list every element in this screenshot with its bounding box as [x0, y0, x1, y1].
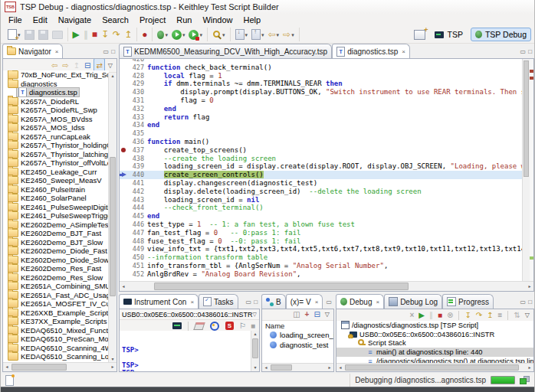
disconnect-icon[interactable]: ⊗: [445, 309, 455, 322]
menu-navigate[interactable]: Navigate: [53, 15, 97, 25]
show-columns-icon[interactable]: ◫: [291, 309, 301, 322]
scroll-down-icon[interactable]: ▾: [251, 364, 259, 371]
scrollbar-thumb[interactable]: [154, 283, 409, 290]
back-icon[interactable]: ⇦▾: [267, 28, 281, 41]
tree-item[interactable]: KE2651A_MOSFET_IV_Curves: [3, 299, 109, 309]
tree-item[interactable]: K2657A_MOS_BVdss: [3, 115, 109, 124]
tree-item[interactable]: K2657A_MOS_Idss: [3, 123, 109, 132]
tab-kedmm6500-file[interactable]: KEDMM6500_Measuring_DCV_With_High_Accura…: [119, 44, 332, 58]
pause-icon[interactable]: ∥: [82, 28, 90, 41]
tree-item[interactable]: KE2460_SolarPanel: [3, 194, 109, 203]
debug-tree-item[interactable]: /diagnostics/diagnostics.tsp [TSP Script…: [336, 321, 533, 330]
chevron-down-icon[interactable]: ▽: [253, 312, 257, 318]
tree-item[interactable]: K2657A_runCapLeak: [3, 132, 109, 142]
close-icon[interactable]: ×: [376, 299, 379, 305]
console-output[interactable]: TSP>TSP>TSP>: [120, 331, 251, 371]
new-expression-icon[interactable]: +: [304, 309, 311, 322]
step-into-icon[interactable]: ↧: [100, 28, 110, 41]
scroll-left-icon[interactable]: ◂: [120, 282, 127, 291]
tree-item[interactable]: KE2450_SweepI_MeasV: [3, 176, 109, 185]
tree-item[interactable]: K2657A_Thyristor_holdingCurr: [3, 141, 109, 150]
instruction-pointer-icon[interactable]: [120, 171, 127, 179]
tree-item[interactable]: KEDAQ6510_Mixed_Function_Sw: [3, 326, 109, 335]
resume-icon[interactable]: ▶: [71, 28, 81, 41]
close-icon[interactable]: ×: [55, 48, 59, 55]
debug-tree-item[interactable]: USB0::0x05E6::0x6500::04386016::INSTR: [336, 330, 533, 339]
maximize-icon[interactable]: □: [254, 299, 258, 305]
error-mark[interactable]: [530, 77, 533, 80]
scrollbar-thumb[interactable]: [252, 338, 258, 358]
scroll-right-icon[interactable]: ▸: [526, 282, 533, 291]
maximize-icon[interactable]: □: [111, 49, 115, 55]
minimize-icon[interactable]: ▭: [246, 299, 252, 305]
tab-debug-log[interactable]: Debug Log: [384, 294, 442, 309]
step-return-icon[interactable]: ↥: [123, 28, 133, 41]
dropdown-arrow-icon[interactable]: ▾: [245, 32, 248, 38]
new-wizard-icon[interactable]: ▾: [6, 28, 22, 41]
menu-help[interactable]: Help: [238, 15, 267, 25]
tree-item[interactable]: KE2602Demo_Diode_Fast: [3, 247, 109, 256]
occurrence-mark[interactable]: [530, 256, 533, 260]
dropdown-arrow-icon[interactable]: ▾: [261, 32, 264, 38]
maximize-icon[interactable]: □: [528, 299, 532, 305]
variable-row[interactable]: loading_screen_id: [262, 330, 333, 340]
scroll-up-icon[interactable]: ▴: [109, 73, 117, 80]
tab-progress[interactable]: Progress: [442, 294, 494, 309]
step-into-icon[interactable]: ↧: [463, 309, 472, 322]
scrollbar-thumb[interactable]: [524, 60, 529, 177]
tree-item[interactable]: KE26XXB_Example_Scripts: [3, 309, 109, 318]
scrollbar-thumb[interactable]: [345, 364, 519, 371]
close-icon[interactable]: ×: [190, 299, 194, 305]
dropdown-arrow-icon[interactable]: ▾: [222, 32, 225, 38]
tree-item[interactable]: KE2460_PulseItrain: [3, 185, 109, 194]
perspective-tsp-debug[interactable]: TSP Debug: [471, 28, 531, 41]
run-config-icon[interactable]: ▾: [187, 28, 204, 41]
breakpoint-icon[interactable]: ●: [140, 28, 149, 41]
pause-icon[interactable]: ∥: [428, 309, 435, 322]
menu-search[interactable]: Search: [97, 15, 134, 25]
tree-item[interactable]: K2657A_DiodeRL_Swp: [3, 106, 109, 115]
tree-item[interactable]: KE2602Demo_BJT_Fast: [3, 229, 109, 238]
minimize-icon[interactable]: ▭: [103, 49, 110, 55]
resume-icon[interactable]: ▶: [417, 309, 426, 322]
prev-annotation-icon[interactable]: ▾: [250, 28, 266, 41]
menu-window[interactable]: Window: [197, 15, 238, 25]
debug-tree-item[interactable]: ≡main() at diagnostics.tsp line: 440: [336, 348, 533, 357]
tree-item[interactable]: KE37XX_Example_Scripts: [3, 317, 109, 326]
view-menu-icon[interactable]: ▽: [323, 309, 331, 322]
variables-hscrollbar[interactable]: ◂ ▸: [262, 363, 333, 371]
scroll-left-icon[interactable]: ◂: [336, 364, 344, 371]
tab-breakpoints[interactable]: B: [261, 294, 286, 309]
variable-row[interactable]: diagnostic_test: [262, 340, 333, 350]
remove-terminated-icon[interactable]: ×: [408, 309, 415, 322]
tree-item[interactable]: KEDAQ6510_Scanning_4W_Resi: [3, 344, 109, 353]
console-vscrollbar[interactable]: ▴ ▾: [251, 331, 259, 371]
terminate-icon[interactable]: ■: [436, 309, 444, 322]
minimize-icon[interactable]: ▭: [326, 299, 332, 305]
scroll-left-icon[interactable]: ◂: [3, 363, 11, 371]
error-mark[interactable]: [530, 70, 533, 73]
search-icon[interactable]: ▾: [211, 28, 227, 41]
tree-item[interactable]: KE2602Demo_Diode_Slow: [3, 256, 109, 265]
minimize-icon[interactable]: ▭: [520, 299, 527, 305]
tree-item[interactable]: K2657A_Thyristor_latchingCurr: [3, 150, 109, 159]
minimize-icon[interactable]: ▭: [520, 49, 527, 55]
menu-project[interactable]: Project: [134, 15, 171, 25]
print-icon[interactable]: [51, 28, 64, 41]
menu-file[interactable]: File: [3, 15, 28, 25]
variables-name-header[interactable]: Name: [262, 321, 333, 330]
close-icon[interactable]: ×: [402, 48, 405, 55]
editor-vscrollbar[interactable]: [522, 59, 530, 282]
tab-debug[interactable]: Debug ×: [336, 294, 384, 309]
scroll-right-icon[interactable]: ▸: [526, 364, 533, 371]
step-over-icon[interactable]: ↷: [111, 28, 122, 41]
menu-edit[interactable]: Edit: [28, 15, 53, 25]
scroll-left-icon[interactable]: ◂: [262, 364, 270, 371]
drop-to-frame-icon[interactable]: ≡: [497, 309, 504, 322]
tree-item[interactable]: KE2602Demo_Res_Slow: [3, 273, 109, 283]
save-icon[interactable]: [23, 28, 36, 41]
tree-item[interactable]: KE2602Demo_BJT_Slow: [3, 238, 109, 247]
collapse-all-icon[interactable]: ⊟: [312, 309, 321, 322]
tab-diagnostics-file[interactable]: diagnostics.tsp ×: [332, 44, 410, 58]
tab-variables[interactable]: (x)= V ×: [286, 294, 323, 309]
